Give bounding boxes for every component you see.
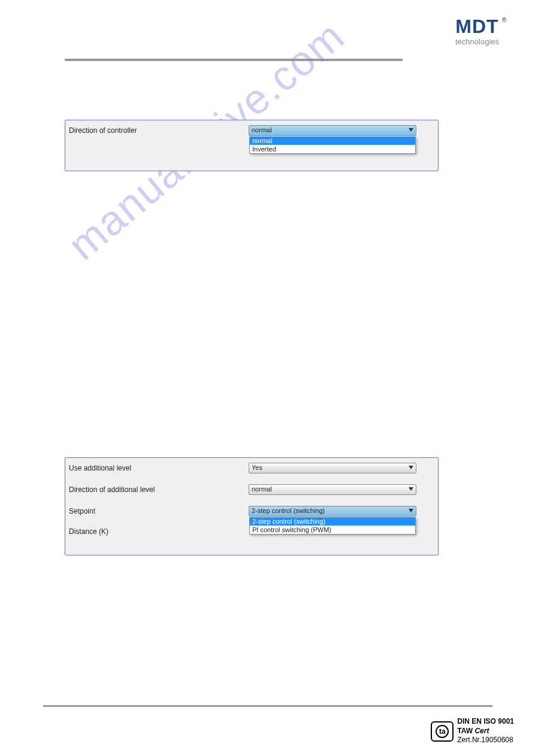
footer-divider xyxy=(43,705,492,707)
setpoint-dropdown: 2-step control (switching) PI control sw… xyxy=(249,517,416,535)
cert-taw-line: TAW Cert xyxy=(457,727,514,736)
cert-badge-icon: ta xyxy=(431,721,454,742)
select-value: 2-step control (switching) xyxy=(252,507,325,514)
controller-direction-row: Direction of controller normal normal In… xyxy=(65,120,438,136)
select-value: Yes xyxy=(252,464,262,471)
chevron-down-icon xyxy=(409,509,413,512)
controller-direction-dropdown: normal Inverted xyxy=(249,136,416,154)
select-value: normal xyxy=(252,126,272,133)
cert-badge-inner: ta xyxy=(436,725,449,738)
setpoint-select[interactable]: 2-step control (switching) 2-step contro… xyxy=(249,506,416,517)
use-additional-level-select[interactable]: Yes xyxy=(249,463,416,473)
logo-main-text: MDT xyxy=(455,17,499,36)
controller-direction-select[interactable]: normal normal Inverted xyxy=(249,125,416,136)
brand-logo: MDT technologies ® xyxy=(455,17,499,46)
header-divider xyxy=(65,59,403,61)
additional-level-panel: Use additional level Yes Direction of ad… xyxy=(65,457,439,555)
direction-additional-level-select[interactable]: normal xyxy=(249,484,416,495)
cert-iso-line: DIN EN ISO 9001 xyxy=(457,717,514,727)
dropdown-option-pi[interactable]: PI control switching (PWM) xyxy=(250,526,415,534)
dropdown-option-inverted[interactable]: Inverted xyxy=(250,145,415,153)
chevron-down-icon xyxy=(409,128,413,132)
cert-text-block: DIN EN ISO 9001 TAW Cert Zert.Nr.1905060… xyxy=(457,717,514,745)
use-additional-level-label: Use additional level xyxy=(69,464,249,472)
direction-additional-level-label: Direction of additional level xyxy=(69,485,249,494)
logo-sub-text: technologies xyxy=(455,37,499,46)
footer-certification: ta DIN EN ISO 9001 TAW Cert Zert.Nr.1905… xyxy=(431,717,514,745)
direction-additional-level-row: Direction of additional level normal xyxy=(65,473,438,495)
select-value: normal xyxy=(252,485,272,493)
use-additional-level-row: Use additional level Yes xyxy=(65,458,438,473)
cert-taw-text: TAW xyxy=(457,727,474,735)
chevron-down-icon xyxy=(409,466,413,469)
dropdown-option-2step[interactable]: 2-step control (switching) xyxy=(250,517,415,526)
dropdown-option-normal[interactable]: normal xyxy=(250,136,415,145)
cert-number-line: Zert.Nr.19050608 xyxy=(457,736,514,745)
chevron-down-icon xyxy=(409,487,413,491)
distance-label: Distance (K) xyxy=(69,527,249,536)
controller-direction-panel: Direction of controller normal normal In… xyxy=(65,120,439,171)
setpoint-row: Setpoint 2-step control (switching) 2-st… xyxy=(65,495,438,517)
cert-cert-text: Cert xyxy=(474,727,489,735)
controller-direction-label: Direction of controller xyxy=(69,126,249,135)
setpoint-label: Setpoint xyxy=(69,507,249,515)
registered-mark: ® xyxy=(502,17,506,23)
